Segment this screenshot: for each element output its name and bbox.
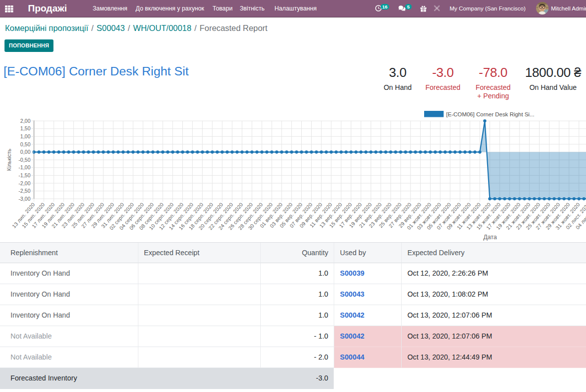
svg-text:-0,50: -0,50 xyxy=(18,157,30,163)
svg-text:-2,50: -2,50 xyxy=(18,188,30,194)
svg-text:-2,00: -2,00 xyxy=(18,180,30,186)
svg-text:0,50: 0,50 xyxy=(20,141,31,147)
svg-text:Кількість: Кількість xyxy=(6,148,12,171)
svg-text:Дата: Дата xyxy=(483,234,497,241)
svg-text:-1,50: -1,50 xyxy=(18,172,30,178)
svg-text:0,00: 0,00 xyxy=(20,149,31,155)
svg-text:2,00: 2,00 xyxy=(20,118,31,124)
svg-text:-1,00: -1,00 xyxy=(18,164,30,170)
svg-text:[E-COM06] Corner Desk Right Si: [E-COM06] Corner Desk Right Si... xyxy=(446,111,535,117)
svg-text:1,00: 1,00 xyxy=(20,133,31,139)
svg-text:-3,00: -3,00 xyxy=(18,196,30,202)
svg-text:1,50: 1,50 xyxy=(20,125,31,131)
